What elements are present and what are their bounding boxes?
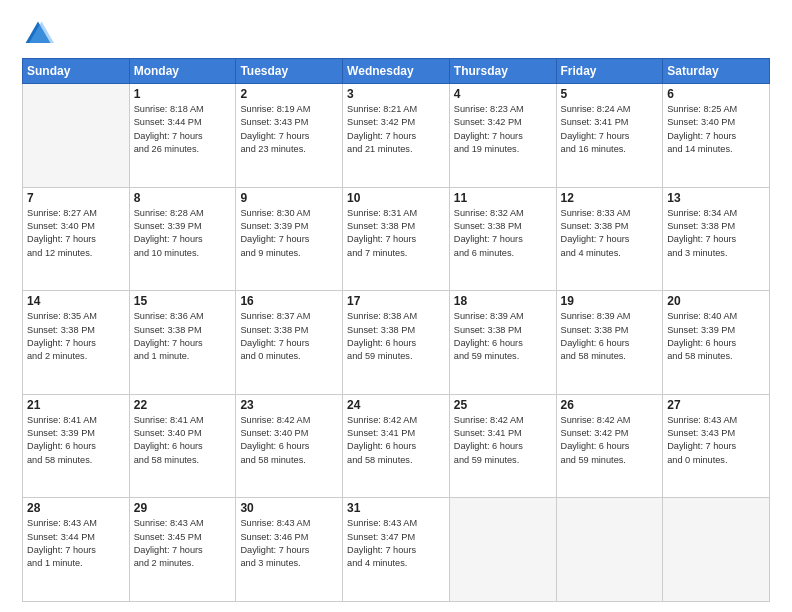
calendar-header-saturday: Saturday bbox=[663, 59, 770, 84]
calendar-cell: 9Sunrise: 8:30 AM Sunset: 3:39 PM Daylig… bbox=[236, 187, 343, 291]
day-info: Sunrise: 8:43 AM Sunset: 3:43 PM Dayligh… bbox=[667, 414, 765, 467]
day-number: 7 bbox=[27, 191, 125, 205]
calendar-cell: 19Sunrise: 8:39 AM Sunset: 3:38 PM Dayli… bbox=[556, 291, 663, 395]
calendar-cell bbox=[663, 498, 770, 602]
day-number: 15 bbox=[134, 294, 232, 308]
calendar-week-3: 21Sunrise: 8:41 AM Sunset: 3:39 PM Dayli… bbox=[23, 394, 770, 498]
calendar-cell: 23Sunrise: 8:42 AM Sunset: 3:40 PM Dayli… bbox=[236, 394, 343, 498]
day-number: 19 bbox=[561, 294, 659, 308]
day-info: Sunrise: 8:43 AM Sunset: 3:46 PM Dayligh… bbox=[240, 517, 338, 570]
calendar-table: SundayMondayTuesdayWednesdayThursdayFrid… bbox=[22, 58, 770, 602]
calendar-cell: 30Sunrise: 8:43 AM Sunset: 3:46 PM Dayli… bbox=[236, 498, 343, 602]
calendar-cell: 10Sunrise: 8:31 AM Sunset: 3:38 PM Dayli… bbox=[343, 187, 450, 291]
calendar-cell: 7Sunrise: 8:27 AM Sunset: 3:40 PM Daylig… bbox=[23, 187, 130, 291]
day-number: 13 bbox=[667, 191, 765, 205]
calendar-header-tuesday: Tuesday bbox=[236, 59, 343, 84]
calendar-week-4: 28Sunrise: 8:43 AM Sunset: 3:44 PM Dayli… bbox=[23, 498, 770, 602]
day-number: 20 bbox=[667, 294, 765, 308]
calendar-cell: 24Sunrise: 8:42 AM Sunset: 3:41 PM Dayli… bbox=[343, 394, 450, 498]
day-info: Sunrise: 8:42 AM Sunset: 3:41 PM Dayligh… bbox=[347, 414, 445, 467]
day-info: Sunrise: 8:30 AM Sunset: 3:39 PM Dayligh… bbox=[240, 207, 338, 260]
calendar-cell: 27Sunrise: 8:43 AM Sunset: 3:43 PM Dayli… bbox=[663, 394, 770, 498]
day-info: Sunrise: 8:25 AM Sunset: 3:40 PM Dayligh… bbox=[667, 103, 765, 156]
calendar-cell: 5Sunrise: 8:24 AM Sunset: 3:41 PM Daylig… bbox=[556, 84, 663, 188]
calendar-cell: 8Sunrise: 8:28 AM Sunset: 3:39 PM Daylig… bbox=[129, 187, 236, 291]
day-number: 26 bbox=[561, 398, 659, 412]
day-info: Sunrise: 8:43 AM Sunset: 3:47 PM Dayligh… bbox=[347, 517, 445, 570]
day-number: 5 bbox=[561, 87, 659, 101]
day-info: Sunrise: 8:41 AM Sunset: 3:39 PM Dayligh… bbox=[27, 414, 125, 467]
day-number: 14 bbox=[27, 294, 125, 308]
calendar-cell: 29Sunrise: 8:43 AM Sunset: 3:45 PM Dayli… bbox=[129, 498, 236, 602]
day-info: Sunrise: 8:33 AM Sunset: 3:38 PM Dayligh… bbox=[561, 207, 659, 260]
logo bbox=[22, 18, 58, 50]
day-number: 3 bbox=[347, 87, 445, 101]
calendar-cell: 21Sunrise: 8:41 AM Sunset: 3:39 PM Dayli… bbox=[23, 394, 130, 498]
calendar-cell: 14Sunrise: 8:35 AM Sunset: 3:38 PM Dayli… bbox=[23, 291, 130, 395]
day-number: 28 bbox=[27, 501, 125, 515]
day-number: 18 bbox=[454, 294, 552, 308]
calendar-cell: 28Sunrise: 8:43 AM Sunset: 3:44 PM Dayli… bbox=[23, 498, 130, 602]
calendar-cell: 13Sunrise: 8:34 AM Sunset: 3:38 PM Dayli… bbox=[663, 187, 770, 291]
calendar-week-0: 1Sunrise: 8:18 AM Sunset: 3:44 PM Daylig… bbox=[23, 84, 770, 188]
day-number: 22 bbox=[134, 398, 232, 412]
calendar-header-monday: Monday bbox=[129, 59, 236, 84]
day-info: Sunrise: 8:39 AM Sunset: 3:38 PM Dayligh… bbox=[561, 310, 659, 363]
day-info: Sunrise: 8:19 AM Sunset: 3:43 PM Dayligh… bbox=[240, 103, 338, 156]
calendar-cell bbox=[556, 498, 663, 602]
day-number: 8 bbox=[134, 191, 232, 205]
calendar-cell: 22Sunrise: 8:41 AM Sunset: 3:40 PM Dayli… bbox=[129, 394, 236, 498]
calendar-header-row: SundayMondayTuesdayWednesdayThursdayFrid… bbox=[23, 59, 770, 84]
logo-icon bbox=[22, 18, 54, 50]
day-number: 27 bbox=[667, 398, 765, 412]
day-number: 10 bbox=[347, 191, 445, 205]
day-info: Sunrise: 8:39 AM Sunset: 3:38 PM Dayligh… bbox=[454, 310, 552, 363]
page: SundayMondayTuesdayWednesdayThursdayFrid… bbox=[0, 0, 792, 612]
calendar-header-thursday: Thursday bbox=[449, 59, 556, 84]
calendar-cell: 31Sunrise: 8:43 AM Sunset: 3:47 PM Dayli… bbox=[343, 498, 450, 602]
day-info: Sunrise: 8:27 AM Sunset: 3:40 PM Dayligh… bbox=[27, 207, 125, 260]
calendar-cell: 18Sunrise: 8:39 AM Sunset: 3:38 PM Dayli… bbox=[449, 291, 556, 395]
day-info: Sunrise: 8:42 AM Sunset: 3:40 PM Dayligh… bbox=[240, 414, 338, 467]
calendar-cell: 16Sunrise: 8:37 AM Sunset: 3:38 PM Dayli… bbox=[236, 291, 343, 395]
day-info: Sunrise: 8:32 AM Sunset: 3:38 PM Dayligh… bbox=[454, 207, 552, 260]
calendar-cell: 15Sunrise: 8:36 AM Sunset: 3:38 PM Dayli… bbox=[129, 291, 236, 395]
day-number: 11 bbox=[454, 191, 552, 205]
calendar-cell: 4Sunrise: 8:23 AM Sunset: 3:42 PM Daylig… bbox=[449, 84, 556, 188]
day-info: Sunrise: 8:43 AM Sunset: 3:44 PM Dayligh… bbox=[27, 517, 125, 570]
day-info: Sunrise: 8:42 AM Sunset: 3:42 PM Dayligh… bbox=[561, 414, 659, 467]
day-info: Sunrise: 8:31 AM Sunset: 3:38 PM Dayligh… bbox=[347, 207, 445, 260]
day-info: Sunrise: 8:35 AM Sunset: 3:38 PM Dayligh… bbox=[27, 310, 125, 363]
day-info: Sunrise: 8:41 AM Sunset: 3:40 PM Dayligh… bbox=[134, 414, 232, 467]
calendar-cell: 11Sunrise: 8:32 AM Sunset: 3:38 PM Dayli… bbox=[449, 187, 556, 291]
day-info: Sunrise: 8:23 AM Sunset: 3:42 PM Dayligh… bbox=[454, 103, 552, 156]
day-number: 4 bbox=[454, 87, 552, 101]
day-number: 1 bbox=[134, 87, 232, 101]
calendar-header-sunday: Sunday bbox=[23, 59, 130, 84]
day-info: Sunrise: 8:28 AM Sunset: 3:39 PM Dayligh… bbox=[134, 207, 232, 260]
day-number: 21 bbox=[27, 398, 125, 412]
day-info: Sunrise: 8:42 AM Sunset: 3:41 PM Dayligh… bbox=[454, 414, 552, 467]
day-number: 17 bbox=[347, 294, 445, 308]
calendar-header-friday: Friday bbox=[556, 59, 663, 84]
day-number: 23 bbox=[240, 398, 338, 412]
calendar-cell: 25Sunrise: 8:42 AM Sunset: 3:41 PM Dayli… bbox=[449, 394, 556, 498]
day-number: 6 bbox=[667, 87, 765, 101]
day-info: Sunrise: 8:38 AM Sunset: 3:38 PM Dayligh… bbox=[347, 310, 445, 363]
day-number: 31 bbox=[347, 501, 445, 515]
day-number: 2 bbox=[240, 87, 338, 101]
calendar-cell: 26Sunrise: 8:42 AM Sunset: 3:42 PM Dayli… bbox=[556, 394, 663, 498]
day-number: 25 bbox=[454, 398, 552, 412]
calendar-cell: 20Sunrise: 8:40 AM Sunset: 3:39 PM Dayli… bbox=[663, 291, 770, 395]
day-number: 16 bbox=[240, 294, 338, 308]
calendar-cell: 3Sunrise: 8:21 AM Sunset: 3:42 PM Daylig… bbox=[343, 84, 450, 188]
header bbox=[22, 18, 770, 50]
day-info: Sunrise: 8:18 AM Sunset: 3:44 PM Dayligh… bbox=[134, 103, 232, 156]
day-info: Sunrise: 8:40 AM Sunset: 3:39 PM Dayligh… bbox=[667, 310, 765, 363]
day-info: Sunrise: 8:21 AM Sunset: 3:42 PM Dayligh… bbox=[347, 103, 445, 156]
day-number: 12 bbox=[561, 191, 659, 205]
day-info: Sunrise: 8:36 AM Sunset: 3:38 PM Dayligh… bbox=[134, 310, 232, 363]
calendar-cell bbox=[449, 498, 556, 602]
calendar-cell: 12Sunrise: 8:33 AM Sunset: 3:38 PM Dayli… bbox=[556, 187, 663, 291]
calendar-cell bbox=[23, 84, 130, 188]
